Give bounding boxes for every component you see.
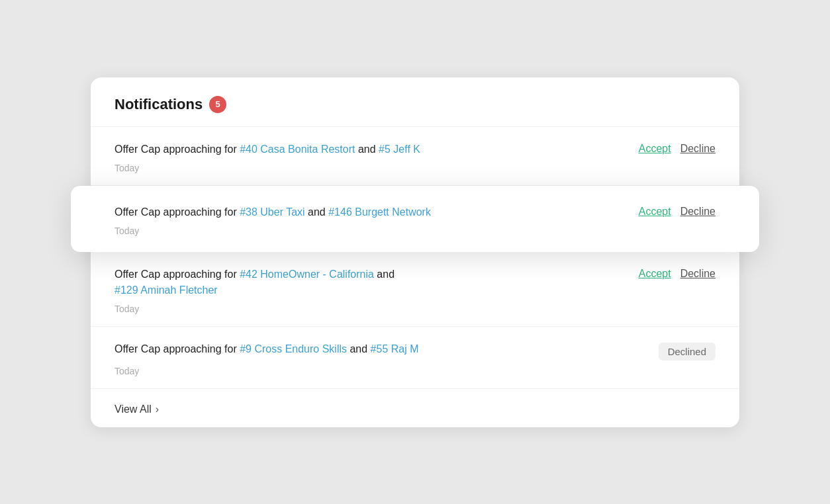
- notification-time-3: Today: [115, 304, 715, 314]
- chevron-right-icon: ›: [156, 403, 159, 415]
- link1-3[interactable]: #42 HomeOwner - California: [240, 269, 374, 280]
- link2-4[interactable]: #55 Raj M: [371, 343, 419, 355]
- notification-content-1: Offer Cap approaching for #40 Casa Bonit…: [115, 142, 715, 157]
- view-all-row: View All ›: [91, 389, 739, 427]
- status-badge-declined: Declined: [659, 343, 715, 360]
- notification-text-1: Offer Cap approaching for #40 Casa Bonit…: [115, 142, 623, 157]
- link2-3[interactable]: #129 Aminah Fletcher: [115, 284, 218, 296]
- accept-button-3[interactable]: Accept: [639, 268, 671, 280]
- decline-button-1[interactable]: Decline: [680, 143, 715, 155]
- notifications-badge: 5: [209, 96, 226, 113]
- notifications-header: Notifications 5: [91, 77, 739, 127]
- notification-actions-2: Accept Decline: [639, 204, 715, 218]
- text-prefix-4: Offer Cap approaching for: [115, 343, 240, 355]
- accept-button-1[interactable]: Accept: [639, 143, 671, 155]
- notification-content-4: Offer Cap approaching for #9 Cross Endur…: [115, 341, 715, 360]
- text-prefix-3: Offer Cap approaching for: [115, 269, 240, 280]
- notification-actions-3: Accept Decline: [639, 267, 715, 280]
- text-middle-4: and: [347, 343, 371, 355]
- notification-text-2: Offer Cap approaching for #38 Uber Taxi …: [115, 204, 623, 220]
- notification-content-3: Offer Cap approaching for #42 HomeOwner …: [115, 267, 715, 298]
- text-prefix-1: Offer Cap approaching for: [115, 144, 240, 155]
- notification-time-1: Today: [115, 163, 715, 173]
- text-middle-1: and: [355, 144, 379, 155]
- notification-actions-1: Accept Decline: [639, 142, 715, 155]
- notifications-panel: Notifications 5 Offer Cap approaching fo…: [91, 77, 739, 427]
- decline-button-2[interactable]: Decline: [680, 206, 715, 218]
- text-prefix-2: Offer Cap approaching for: [115, 206, 240, 218]
- notification-row-4: Offer Cap approaching for #9 Cross Endur…: [91, 327, 739, 389]
- accept-button-2[interactable]: Accept: [639, 206, 671, 218]
- notification-content-2: Offer Cap approaching for #38 Uber Taxi …: [115, 204, 715, 220]
- notification-time-4: Today: [115, 366, 715, 376]
- notification-time-2: Today: [115, 226, 715, 236]
- notifications-title: Notifications: [115, 96, 203, 113]
- view-all-label: View All: [115, 403, 152, 415]
- link1-4[interactable]: #9 Cross Enduro Skills: [240, 343, 347, 355]
- link2-2[interactable]: #146 Burgett Network: [328, 206, 431, 218]
- notification-row-2: Offer Cap approaching for #38 Uber Taxi …: [71, 186, 759, 252]
- text-middle-3: and: [374, 269, 394, 280]
- notification-text-3: Offer Cap approaching for #42 HomeOwner …: [115, 267, 623, 298]
- notification-row-3: Offer Cap approaching for #42 HomeOwner …: [91, 252, 739, 327]
- notification-row-1: Offer Cap approaching for #40 Casa Bonit…: [91, 127, 739, 186]
- link1-1[interactable]: #40 Casa Bonita Restort: [240, 144, 355, 155]
- notification-actions-4: Declined: [659, 341, 715, 360]
- notification-text-4: Offer Cap approaching for #9 Cross Endur…: [115, 341, 643, 357]
- decline-button-3[interactable]: Decline: [680, 268, 715, 280]
- link1-2[interactable]: #38 Uber Taxi: [240, 206, 304, 218]
- view-all-link[interactable]: View All ›: [115, 403, 159, 415]
- text-middle-2: and: [305, 206, 329, 218]
- link2-1[interactable]: #5 Jeff K: [379, 144, 420, 155]
